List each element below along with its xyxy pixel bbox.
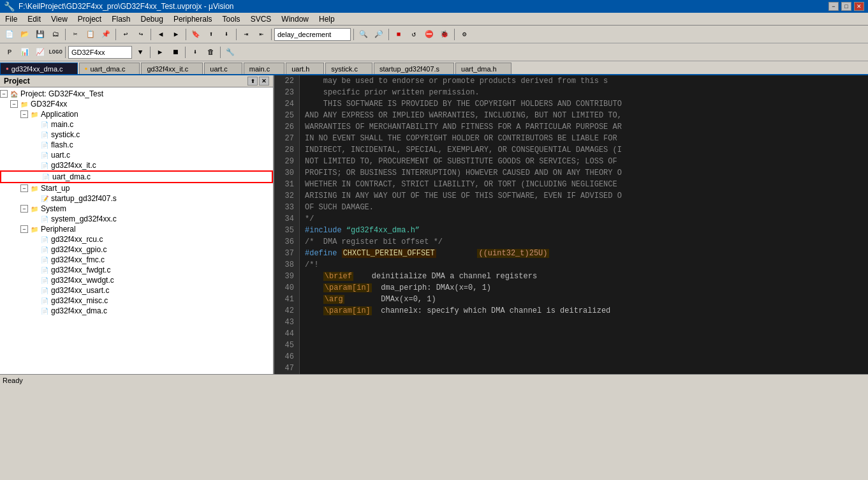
menu-item-flash[interactable]: Flash: [107, 13, 135, 25]
project-tree: −🏠Project: GD32F4xx_Test−📁GD32F4xx−📁Appl…: [0, 87, 273, 374]
build-button[interactable]: ■: [392, 27, 406, 41]
copy-button[interactable]: 📋: [84, 27, 98, 41]
tree-expand-button[interactable]: −: [10, 100, 18, 108]
search-input[interactable]: [274, 28, 351, 41]
sep9: [454, 29, 455, 40]
tree-item-gd32_misc[interactable]: 📄gd32f4xx_misc.c: [0, 296, 273, 306]
save-button[interactable]: 💾: [33, 27, 47, 41]
redo-button[interactable]: ↪: [134, 27, 148, 41]
code-line: \param[in] dma_periph: DMAx(x=0, 1): [305, 282, 863, 294]
minimize-button[interactable]: −: [828, 2, 839, 11]
rebuild-button[interactable]: ↺: [407, 27, 421, 41]
menu-item-edit[interactable]: Edit: [22, 13, 46, 25]
periph1-button[interactable]: P: [3, 45, 17, 59]
tree-item-flash_c[interactable]: 📄flash.c: [0, 140, 273, 150]
tab-1[interactable]: ●uart_dma.c: [79, 63, 140, 74]
code-lines[interactable]: may be used to endorse or promote produc…: [300, 75, 868, 374]
tree-item-system[interactable]: −📁System: [0, 204, 273, 214]
tree-item-gd32_fwdgt[interactable]: 📄gd32f4xx_fwdgt.c: [0, 265, 273, 275]
tree-item-gd32f4xx_it_c[interactable]: 📄gd32f4xx_it.c: [0, 160, 273, 170]
nav-back-button[interactable]: ◀: [154, 27, 168, 41]
device-input[interactable]: [68, 46, 132, 59]
tree-item-peripheral[interactable]: −📁Peripheral: [0, 224, 273, 234]
stop-build-button[interactable]: ⛔: [422, 27, 436, 41]
bookmark-next-button[interactable]: ⬇: [219, 27, 233, 41]
line-number: 33: [279, 202, 294, 213]
tab-label: uart_dma.h: [461, 65, 497, 73]
tree-item-gd32_rcu[interactable]: 📄gd32f4xx_rcu.c: [0, 234, 273, 244]
tab-0[interactable]: ●gd32f4xx_dma.c: [0, 63, 78, 74]
tree-expand-button[interactable]: −: [20, 110, 28, 118]
tree-item-uart_dma_c[interactable]: 📄uart_dma.c: [0, 170, 273, 183]
file-icon: 📄: [40, 276, 50, 285]
tree-item-root[interactable]: −🏠Project: GD32F4xx_Test: [0, 89, 273, 99]
logo-button[interactable]: LOGO: [48, 45, 63, 59]
open-button[interactable]: 📂: [18, 27, 32, 41]
menu-item-view[interactable]: View: [46, 13, 73, 25]
tree-item-gd32_dma[interactable]: 📄gd32f4xx_dma.c: [0, 306, 273, 316]
tree-item-startup_gd32[interactable]: 📝startup_gd32f407.s: [0, 193, 273, 204]
tree-item-systick_c[interactable]: 📄systick.c: [0, 130, 273, 140]
tab-7[interactable]: startup_gd32f407.s: [374, 63, 454, 74]
unindent-button[interactable]: ⇤: [254, 27, 268, 41]
find-in-files-button[interactable]: 🔎: [372, 27, 386, 41]
tree-item-label: gd32f4xx_fwdgt.c: [51, 266, 110, 274]
device-dropdown[interactable]: ▼: [133, 45, 147, 59]
tab-6[interactable]: systick.c: [325, 63, 372, 74]
menu-item-tools[interactable]: Tools: [217, 13, 246, 25]
flash-erase-button[interactable]: 🗑: [203, 45, 217, 59]
cut-button[interactable]: ✂: [68, 27, 82, 41]
search-button[interactable]: 🔍: [357, 27, 371, 41]
flash-download-button[interactable]: ⬇: [188, 45, 202, 59]
new-file-button[interactable]: 📄: [3, 27, 17, 41]
project-float-button[interactable]: ⬆: [247, 77, 258, 86]
tab-8[interactable]: uart_dma.h: [455, 63, 511, 74]
save-all-button[interactable]: 🗂: [48, 27, 63, 41]
menu-item-debug[interactable]: Debug: [136, 13, 168, 25]
tree-item-application[interactable]: −📁Application: [0, 109, 273, 119]
menu-item-svcs[interactable]: SVCS: [246, 13, 277, 25]
titlebar-controls[interactable]: − □ ✕: [828, 2, 864, 11]
indent-button[interactable]: ⇥: [239, 27, 253, 41]
code-content[interactable]: 2223242526272829303132333435363738394041…: [274, 75, 868, 374]
periph3-button[interactable]: 📈: [33, 45, 47, 59]
nav-fwd-button[interactable]: ▶: [169, 27, 183, 41]
close-button[interactable]: ✕: [854, 2, 864, 11]
maximize-button[interactable]: □: [841, 2, 851, 11]
tree-expand-button[interactable]: −: [20, 184, 28, 192]
tree-item-label: Application: [41, 110, 78, 119]
periph2-button[interactable]: 📊: [18, 45, 32, 59]
target-options-button[interactable]: ⚙: [457, 27, 471, 41]
tab-5[interactable]: uart.h: [286, 63, 324, 74]
tree-item-gd32_gpio[interactable]: 📄gd32f4xx_gpio.c: [0, 244, 273, 255]
tree-expand-button[interactable]: −: [20, 225, 28, 233]
tree-item-startup[interactable]: −📁Start_up: [0, 183, 273, 193]
debug-button[interactable]: 🐞: [438, 27, 452, 41]
tree-item-system_gd32[interactable]: 📄system_gd32f4xx.c: [0, 214, 273, 224]
tree-item-gd32_fmc[interactable]: 📄gd32f4xx_fmc.c: [0, 255, 273, 265]
tree-item-gd32_wwdgt[interactable]: 📄gd32f4xx_wwdgt.c: [0, 275, 273, 285]
tree-expand-button[interactable]: −: [0, 90, 8, 98]
menu-item-peripherals[interactable]: Peripherals: [168, 13, 217, 25]
bookmark-prev-button[interactable]: ⬆: [204, 27, 218, 41]
tree-item-gd32f4xx[interactable]: −📁GD32F4xx: [0, 99, 273, 109]
tree-item-main_c[interactable]: 📄main.c: [0, 119, 273, 130]
tab-2[interactable]: gd32f4xx_it.c: [141, 63, 203, 74]
tree-item-uart_c[interactable]: 📄uart.c: [0, 150, 273, 160]
paste-button[interactable]: 📌: [99, 27, 113, 41]
tab-3[interactable]: uart.c: [204, 63, 242, 74]
menu-item-project[interactable]: Project: [73, 13, 107, 25]
run-button[interactable]: ▶: [153, 45, 167, 59]
file-icon: 📄: [40, 214, 50, 223]
stop-button[interactable]: ⏹: [168, 45, 182, 59]
menu-item-help[interactable]: Help: [314, 13, 340, 25]
extra1-button[interactable]: 🔧: [223, 45, 237, 59]
menu-item-window[interactable]: Window: [276, 13, 314, 25]
menu-item-file[interactable]: File: [0, 13, 22, 25]
bookmark-button[interactable]: 🔖: [189, 27, 203, 41]
project-close-button[interactable]: ✕: [259, 77, 269, 86]
tree-item-gd32_usart[interactable]: 📄gd32f4xx_usart.c: [0, 285, 273, 296]
tab-4[interactable]: main.c: [244, 63, 284, 74]
undo-button[interactable]: ↩: [119, 27, 133, 41]
tree-expand-button[interactable]: −: [20, 205, 28, 213]
